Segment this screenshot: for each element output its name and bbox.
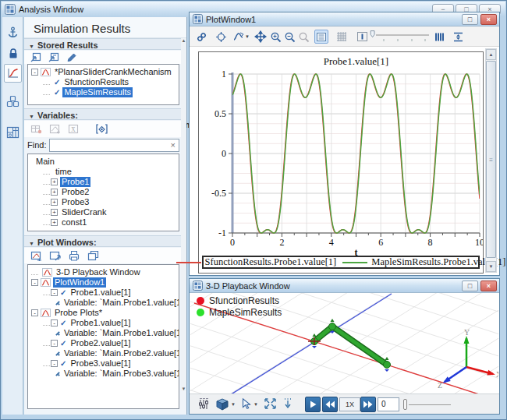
tree-item[interactable]: -✓Probe1.value[1] [28,318,179,328]
restore-button[interactable]: □ [462,14,478,25]
pan-icon[interactable] [254,30,268,44]
tree-item[interactable]: -✓Probe2.value[1] [28,338,179,348]
timeline-slider-handle[interactable] [403,399,407,410]
link-probes-icon[interactable] [194,30,208,44]
play-button[interactable] [305,397,321,412]
tree-item[interactable]: ✓SfunctionResults [28,77,179,87]
render-settings-icon[interactable] [197,397,210,411]
find-row: Find: × [27,138,179,152]
fit-vertical-icon[interactable] [451,30,465,44]
plot-scrollbar[interactable]: ▲ ≡ ▼ [485,48,497,273]
tree-item[interactable]: +Probe2 [28,187,179,197]
collapse-node-icon[interactable]: - [51,319,58,326]
tree-item[interactable]: Variable: `Main.Probe3.value[1]` [28,369,179,379]
probe-variable-icon[interactable] [95,123,108,135]
toggle-legend-icon[interactable] [314,30,328,44]
clear-search-icon[interactable]: × [171,140,176,150]
scroll-up-icon[interactable]: ▲ [181,38,186,43]
tree-item[interactable]: Main [28,157,179,167]
time-slider[interactable] [368,30,431,44]
tree-item-label: Variable: `Main.Probe1.value[1]` [62,328,179,338]
rename-pencil-icon[interactable] [66,52,77,62]
stored-results-header[interactable]: ▼Stored Results [24,38,181,50]
frame-field[interactable]: 0 [378,397,399,411]
tree-item[interactable]: +const1 [28,217,179,228]
tree-item[interactable]: -Probe Plots* [28,308,179,318]
tree-item[interactable]: -PlotWindow1 [28,277,179,288]
zoom-out-icon[interactable] [282,30,296,44]
collapse-triangle-icon: ▼ [29,44,34,49]
sidebar-item-lock[interactable] [4,44,22,62]
tree-item[interactable]: -*PlanarSliderCrankMechanism [28,67,179,77]
scroll-down-icon[interactable]: ▼ [181,386,186,391]
svg-text:0: 0 [230,237,235,248]
curve-tools-dropdown[interactable]: ▼ [230,30,252,44]
collapse-node-icon[interactable]: - [31,69,38,76]
select-cursor-dropdown[interactable]: ▼ [239,397,258,411]
zoom-reset-icon[interactable] [296,30,310,44]
print-icon[interactable] [68,250,80,261]
tree-item-label: *PlanarSliderCrankMechanism [53,67,173,77]
rewind-button[interactable] [322,397,338,412]
scroll-thumb[interactable]: ≡ [486,61,496,258]
scroll-down-icon[interactable]: ▼ [486,261,496,272]
fit-view-icon[interactable] [264,397,277,410]
tree-item[interactable]: +Probe3 [28,197,179,207]
variables-header[interactable]: ▼Variables: PlanarSliderCrankMechanism.M… [24,108,181,120]
timeline-slider-track[interactable] [409,404,451,405]
sidebar-item-model-3d[interactable] [4,92,22,111]
scroll-up-icon[interactable]: ▲ [486,49,496,60]
close-button[interactable]: × [480,14,497,25]
svg-text:0: 0 [222,148,226,159]
tree-item[interactable]: +SliderCrank [28,207,179,217]
follow-drop-icon[interactable] [282,397,294,410]
expand-node-icon[interactable]: + [51,219,58,226]
expand-node-icon[interactable]: + [51,178,58,185]
tree-item[interactable]: Variable: `Main.Probe2.value[1]` [28,348,179,358]
collapse-node-icon[interactable]: - [51,360,58,367]
tree-item[interactable]: Variable: `Main.Probe1.value[1]` [28,298,179,308]
panel-scrollbar[interactable]: ▲ ▼ [181,38,186,391]
forward-button[interactable] [360,397,376,412]
import-results-icon[interactable] [30,52,41,62]
collapse-node-icon[interactable]: - [51,289,58,296]
zoom-in-icon[interactable] [268,30,282,44]
statistics-icon[interactable]: X̄ [68,124,80,134]
tree-item[interactable]: 3-D Playback Window [28,267,179,277]
toggle-grid-icon[interactable] [335,30,349,44]
anchor-icon [7,26,19,39]
expand-node-icon[interactable]: + [51,189,58,196]
sidebar-item-anchor[interactable] [4,23,22,42]
collapse-node-icon[interactable]: - [51,340,58,347]
duplicate-window-icon[interactable] [87,250,99,261]
playback-viewport[interactable]: YXZ SfunctionResultsMapleSimResults [190,293,498,394]
tree-item[interactable]: Variable: `Main.Probe1.value[1]` [28,328,179,338]
expand-node-icon[interactable]: + [51,199,58,206]
new-plot-window-icon[interactable] [30,250,42,261]
add-plot-icon[interactable] [49,124,61,134]
tree-item[interactable]: time [28,167,179,177]
histogram-bars-icon[interactable] [432,30,446,44]
export-plot-icon[interactable] [49,250,61,261]
speed-display[interactable]: 1X [339,397,360,411]
export-table-icon[interactable] [30,124,42,134]
import-file-results-icon[interactable] [48,52,59,62]
sidebar-item-results-plots[interactable] [4,64,22,83]
find-input[interactable]: × [49,139,179,152]
plot-windows-header[interactable]: ▼Plot Windows: PlanarSliderCrankMechanis… [24,235,181,247]
close-button[interactable]: × [480,281,497,291]
probe-cursor-icon[interactable] [355,30,369,44]
collapse-node-icon[interactable]: - [31,279,38,286]
tree-item[interactable]: -✓Probe1.value[1] [28,288,179,298]
restore-button[interactable]: □ [462,281,478,291]
tree-item[interactable]: +Probe1 [28,177,179,187]
tree-item[interactable]: -✓Probe3.value[1] [28,358,179,369]
svg-text:10: 10 [475,237,483,248]
expand-node-icon[interactable]: + [51,209,58,216]
tree-item[interactable]: ✓MapleSimResults [28,87,179,97]
point-probe-icon[interactable] [214,30,228,44]
collapse-node-icon[interactable]: - [31,309,38,316]
sidebar-item-layout-grid[interactable] [4,123,22,142]
plot-canvas[interactable]: 10.50-0.5-10246810tProbe1.value[1] Sfunc… [198,51,484,274]
view-cube-dropdown[interactable]: ▼ [215,397,236,411]
